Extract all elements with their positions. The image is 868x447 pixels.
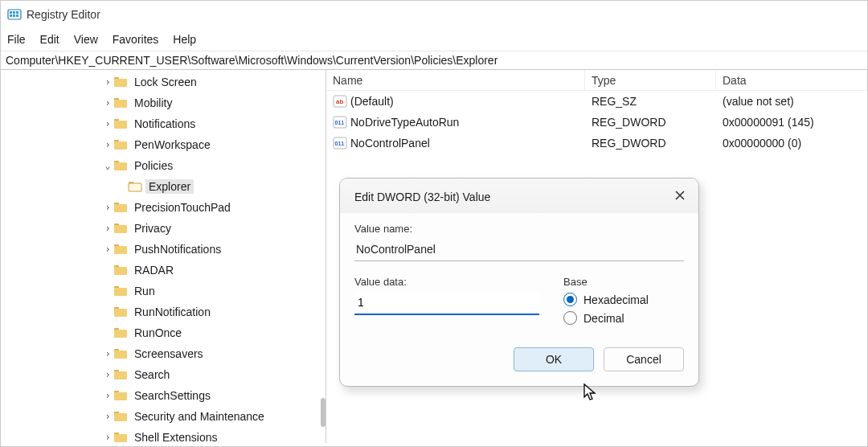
tree-scrollbar-thumb[interactable] bbox=[321, 398, 326, 427]
svg-rect-3 bbox=[16, 11, 18, 14]
tree-item-label: Privacy bbox=[131, 221, 174, 236]
tree-item-label: SearchSettings bbox=[131, 388, 214, 403]
dialog-title: Edit DWORD (32-bit) Value bbox=[354, 191, 490, 203]
folder-icon bbox=[113, 368, 128, 381]
tree-item[interactable]: ›Lock Screen bbox=[1, 72, 326, 92]
chevron-icon[interactable]: › bbox=[102, 244, 113, 255]
folder-icon bbox=[113, 347, 128, 360]
value-name-field: NoControlPanel bbox=[354, 240, 684, 261]
tree-item[interactable]: ›Search bbox=[1, 364, 326, 385]
radio-dec-label: Decimal bbox=[583, 312, 624, 325]
cancel-button[interactable]: Cancel bbox=[604, 347, 684, 371]
svg-rect-36 bbox=[114, 371, 127, 379]
folder-icon bbox=[113, 431, 128, 443]
tree-item[interactable]: ›Security and Maintenance bbox=[1, 406, 326, 427]
chevron-icon[interactable]: › bbox=[102, 223, 113, 234]
tree-item[interactable]: ⌄Policies bbox=[1, 155, 326, 176]
value-type: REG_DWORD bbox=[592, 137, 666, 150]
tree-item[interactable]: RunNotification bbox=[1, 301, 326, 322]
tree-item[interactable]: ›SearchSettings bbox=[1, 385, 326, 406]
folder-icon bbox=[113, 138, 128, 151]
tree-item[interactable]: Run bbox=[1, 281, 326, 301]
svg-rect-24 bbox=[114, 246, 127, 254]
chevron-icon[interactable]: › bbox=[102, 348, 113, 359]
column-header-name[interactable]: Name bbox=[326, 70, 585, 90]
column-header-type[interactable]: Type bbox=[585, 70, 716, 90]
tree-item[interactable]: ›Privacy bbox=[1, 218, 326, 239]
tree-item[interactable]: ›PenWorkspace bbox=[1, 134, 326, 155]
menu-help[interactable]: Help bbox=[173, 33, 196, 46]
tree-item-label: Security and Maintenance bbox=[131, 409, 268, 424]
tree-item[interactable]: ›Screensavers bbox=[1, 343, 326, 364]
chevron-icon[interactable]: › bbox=[102, 118, 113, 129]
tree-item[interactable]: ›Notifications bbox=[1, 113, 326, 134]
folder-icon bbox=[128, 180, 142, 193]
svg-rect-34 bbox=[114, 351, 127, 359]
tree-item[interactable]: RADAR bbox=[1, 260, 326, 281]
value-name: NoControlPanel bbox=[350, 137, 430, 150]
value-data-input[interactable] bbox=[354, 293, 539, 315]
value-icon: 011 bbox=[333, 136, 347, 150]
chevron-icon[interactable]: › bbox=[102, 432, 113, 443]
value-icon: ab bbox=[333, 94, 347, 109]
chevron-icon[interactable]: › bbox=[102, 411, 113, 422]
radio-icon bbox=[563, 293, 577, 306]
svg-rect-1 bbox=[10, 11, 12, 14]
menu-edit[interactable]: Edit bbox=[40, 33, 59, 46]
svg-rect-42 bbox=[114, 434, 127, 442]
tree-item[interactable]: ›PrecisionTouchPad bbox=[1, 197, 326, 218]
tree-item[interactable]: Explorer bbox=[1, 176, 326, 197]
tree-item[interactable]: ›Shell Extensions bbox=[1, 427, 326, 443]
value-row[interactable]: 011NoControlPanelREG_DWORD0x00000000 (0) bbox=[326, 133, 867, 154]
chevron-icon[interactable]: › bbox=[102, 369, 113, 380]
tree-item[interactable]: ›PushNotifications bbox=[1, 239, 326, 260]
svg-rect-10 bbox=[114, 100, 127, 108]
value-type: REG_SZ bbox=[592, 95, 637, 108]
folder-icon bbox=[113, 264, 128, 277]
tree-item-label: Shell Extensions bbox=[131, 430, 221, 443]
ok-button[interactable]: OK bbox=[514, 347, 594, 371]
folder-icon bbox=[113, 159, 128, 172]
menu-view[interactable]: View bbox=[74, 33, 98, 46]
svg-rect-20 bbox=[114, 204, 127, 212]
menu-file[interactable]: File bbox=[7, 33, 26, 46]
address-bar[interactable]: Computer\HKEY_CURRENT_USER\Software\Micr… bbox=[1, 51, 867, 70]
close-icon[interactable] bbox=[674, 190, 686, 203]
svg-text:011: 011 bbox=[335, 141, 345, 146]
value-type: REG_DWORD bbox=[592, 116, 666, 129]
svg-rect-28 bbox=[114, 288, 127, 296]
folder-icon bbox=[113, 76, 128, 88]
chevron-icon[interactable]: › bbox=[102, 139, 113, 150]
chevron-icon[interactable]: › bbox=[102, 97, 113, 109]
tree-item-label: Lock Screen bbox=[131, 75, 200, 89]
folder-icon bbox=[113, 201, 128, 214]
tree-item-label: PrecisionTouchPad bbox=[131, 200, 234, 215]
svg-rect-40 bbox=[114, 413, 127, 421]
base-label: Base bbox=[563, 276, 684, 288]
chevron-icon[interactable]: › bbox=[102, 76, 113, 88]
tree-pane[interactable]: ›Lock Screen›Mobility›Notifications›PenW… bbox=[1, 70, 326, 443]
value-data: 0x00000000 (0) bbox=[723, 137, 801, 150]
folder-icon bbox=[113, 285, 128, 297]
tree-item[interactable]: RunOnce bbox=[1, 322, 326, 343]
menu-favorites[interactable]: Favorites bbox=[113, 33, 159, 46]
folder-icon bbox=[113, 117, 128, 130]
tree-item-label: RunOnce bbox=[131, 326, 185, 340]
tree-item-label: PenWorkspace bbox=[131, 137, 214, 152]
folder-icon bbox=[113, 410, 128, 423]
svg-rect-14 bbox=[114, 141, 127, 150]
radio-decimal[interactable]: Decimal bbox=[563, 311, 684, 325]
column-header-data[interactable]: Data bbox=[716, 70, 867, 90]
tree-item[interactable]: ›Mobility bbox=[1, 92, 326, 113]
value-data: (value not set) bbox=[723, 95, 794, 108]
edit-dword-dialog: Edit DWORD (32-bit) Value Value name: No… bbox=[339, 178, 699, 387]
value-row[interactable]: 011NoDriveTypeAutoRunREG_DWORD0x00000091… bbox=[326, 112, 867, 133]
radio-hexadecimal[interactable]: Hexadecimal bbox=[563, 293, 684, 306]
tree-item-label: Search bbox=[131, 367, 173, 382]
chevron-icon[interactable]: › bbox=[102, 390, 113, 401]
chevron-icon[interactable]: ⌄ bbox=[102, 160, 113, 171]
folder-icon bbox=[113, 222, 128, 235]
chevron-icon[interactable]: › bbox=[102, 202, 113, 213]
menu-bar: File Edit View Favorites Help bbox=[1, 28, 867, 51]
value-row[interactable]: ab(Default)REG_SZ(value not set) bbox=[326, 91, 867, 112]
